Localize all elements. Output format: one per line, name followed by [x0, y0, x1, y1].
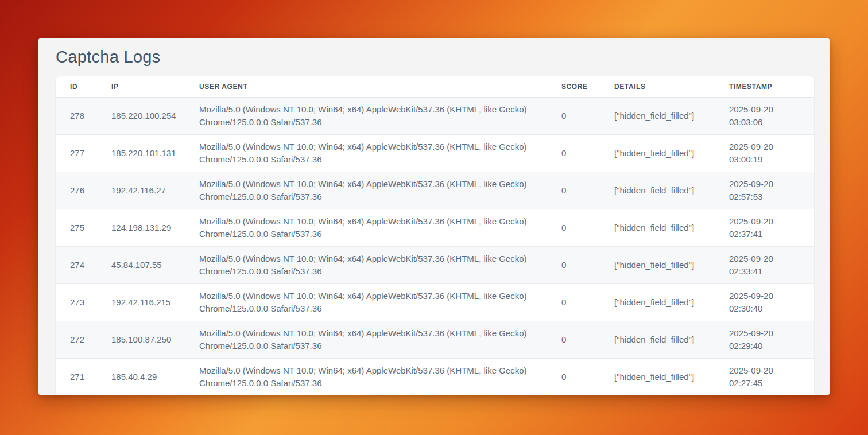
cell-user-agent: Mozilla/5.0 (Windows NT 10.0; Win64; x64… — [185, 283, 547, 321]
cell-id: 275 — [56, 209, 97, 246]
cell-timestamp: 2025-09-20 02:33:41 — [715, 246, 814, 283]
table-header: ID IP USER AGENT SCORE DETAILS TIMESTAMP — [56, 76, 814, 97]
table-row: 272 185.100.87.250 Mozilla/5.0 (Windows … — [56, 321, 814, 358]
logs-table-container: ID IP USER AGENT SCORE DETAILS TIMESTAMP… — [56, 76, 814, 395]
cell-score: 0 — [547, 209, 600, 246]
table-row: 276 192.42.116.27 Mozilla/5.0 (Windows N… — [56, 172, 814, 209]
table-row: 275 124.198.131.29 Mozilla/5.0 (Windows … — [56, 209, 814, 246]
column-header-details: DETAILS — [600, 76, 715, 97]
cell-details: ["hidden_field_filled"] — [600, 172, 715, 209]
column-header-user-agent: USER AGENT — [185, 76, 547, 97]
cell-id: 277 — [56, 134, 97, 172]
cell-user-agent: Mozilla/5.0 (Windows NT 10.0; Win64; x64… — [185, 97, 547, 134]
table-header-row: ID IP USER AGENT SCORE DETAILS TIMESTAMP — [56, 76, 814, 97]
table-row: 277 185.220.101.131 Mozilla/5.0 (Windows… — [56, 134, 814, 172]
logs-table: ID IP USER AGENT SCORE DETAILS TIMESTAMP… — [56, 76, 814, 395]
page-title: Captcha Logs — [56, 48, 830, 67]
cell-score: 0 — [547, 321, 600, 358]
captcha-logs-card: Captcha Logs ID IP USER AGENT SCORE DETA… — [38, 38, 830, 395]
cell-timestamp: 2025-09-20 02:37:41 — [715, 209, 814, 246]
cell-ip: 185.220.101.131 — [97, 134, 185, 172]
cell-details: ["hidden_field_filled"] — [600, 358, 715, 395]
cell-timestamp: 2025-09-20 02:27:45 — [715, 358, 814, 395]
table-row: 274 45.84.107.55 Mozilla/5.0 (Windows NT… — [56, 246, 814, 283]
cell-score: 0 — [547, 358, 600, 395]
table-row: 273 192.42.116.215 Mozilla/5.0 (Windows … — [56, 283, 814, 321]
cell-user-agent: Mozilla/5.0 (Windows NT 10.0; Win64; x64… — [185, 134, 547, 172]
cell-user-agent: Mozilla/5.0 (Windows NT 10.0; Win64; x64… — [185, 246, 547, 283]
cell-ip: 185.40.4.29 — [97, 358, 185, 395]
cell-score: 0 — [547, 283, 600, 321]
cell-id: 278 — [56, 97, 97, 134]
column-header-ip: IP — [97, 76, 185, 97]
cell-timestamp: 2025-09-20 03:03:06 — [715, 97, 814, 134]
cell-details: ["hidden_field_filled"] — [600, 134, 715, 172]
cell-timestamp: 2025-09-20 02:29:40 — [715, 321, 814, 358]
cell-score: 0 — [547, 246, 600, 283]
cell-score: 0 — [547, 134, 600, 172]
cell-ip: 192.42.116.27 — [97, 172, 185, 209]
cell-details: ["hidden_field_filled"] — [600, 321, 715, 358]
cell-id: 272 — [56, 321, 97, 358]
cell-details: ["hidden_field_filled"] — [600, 246, 715, 283]
cell-details: ["hidden_field_filled"] — [600, 283, 715, 321]
cell-timestamp: 2025-09-20 03:00:19 — [715, 134, 814, 172]
cell-user-agent: Mozilla/5.0 (Windows NT 10.0; Win64; x64… — [185, 209, 547, 246]
cell-user-agent: Mozilla/5.0 (Windows NT 10.0; Win64; x64… — [185, 321, 547, 358]
cell-ip: 45.84.107.55 — [97, 246, 185, 283]
cell-timestamp: 2025-09-20 02:57:53 — [715, 172, 814, 209]
cell-ip: 185.220.100.254 — [97, 97, 185, 134]
table-row: 278 185.220.100.254 Mozilla/5.0 (Windows… — [56, 97, 814, 134]
column-header-timestamp: TIMESTAMP — [715, 76, 814, 97]
table-body: 278 185.220.100.254 Mozilla/5.0 (Windows… — [56, 97, 814, 395]
cell-user-agent: Mozilla/5.0 (Windows NT 10.0; Win64; x64… — [185, 172, 547, 209]
cell-score: 0 — [547, 172, 600, 209]
cell-details: ["hidden_field_filled"] — [600, 209, 715, 246]
cell-details: ["hidden_field_filled"] — [600, 97, 715, 134]
table-row: 271 185.40.4.29 Mozilla/5.0 (Windows NT … — [56, 358, 814, 395]
cell-id: 276 — [56, 172, 97, 209]
cell-timestamp: 2025-09-20 02:30:40 — [715, 283, 814, 321]
cell-ip: 185.100.87.250 — [97, 321, 185, 358]
cell-id: 271 — [56, 358, 97, 395]
cell-ip: 192.42.116.215 — [97, 283, 185, 321]
cell-id: 274 — [56, 246, 97, 283]
cell-id: 273 — [56, 283, 97, 321]
column-header-id: ID — [56, 76, 97, 97]
cell-user-agent: Mozilla/5.0 (Windows NT 10.0; Win64; x64… — [185, 358, 547, 395]
cell-ip: 124.198.131.29 — [97, 209, 185, 246]
cell-score: 0 — [547, 97, 600, 134]
column-header-score: SCORE — [547, 76, 600, 97]
